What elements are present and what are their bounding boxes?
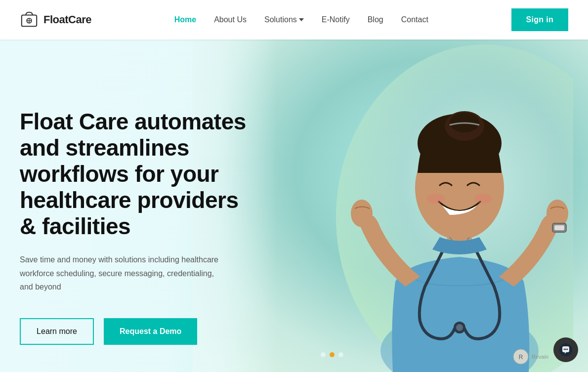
nav-item-enotify[interactable]: E-Notify bbox=[322, 15, 350, 24]
nav-item-contact[interactable]: Contact bbox=[401, 15, 428, 24]
chevron-down-icon bbox=[299, 18, 304, 21]
svg-point-16 bbox=[456, 324, 463, 331]
slide-dot-2[interactable] bbox=[330, 352, 335, 357]
svg-text:R: R bbox=[518, 354, 523, 361]
hero-buttons: Learn more Request a Demo bbox=[20, 318, 257, 345]
revain-icon: R bbox=[513, 349, 529, 365]
slide-dot-1[interactable] bbox=[321, 352, 326, 357]
hero-subtitle: Save time and money with solutions inclu… bbox=[20, 253, 227, 293]
svg-point-14 bbox=[474, 194, 492, 204]
learn-more-button[interactable]: Learn more bbox=[20, 318, 94, 345]
chat-icon bbox=[559, 343, 573, 357]
hero-section: Float Care automates and streamlines wor… bbox=[0, 40, 588, 372]
logo[interactable]: FloatCare bbox=[20, 10, 91, 29]
slide-dot-3[interactable] bbox=[338, 352, 343, 357]
nav-item-about[interactable]: About Us bbox=[214, 15, 247, 24]
revain-badge: R Revain bbox=[513, 349, 548, 365]
nav-link-home[interactable]: Home bbox=[174, 15, 196, 24]
svg-rect-18 bbox=[554, 225, 564, 230]
nav-link-about[interactable]: About Us bbox=[214, 15, 247, 24]
nav-item-blog[interactable]: Blog bbox=[368, 15, 383, 24]
svg-point-13 bbox=[427, 194, 445, 204]
svg-point-24 bbox=[567, 349, 568, 350]
logo-text: FloatCare bbox=[43, 13, 91, 26]
svg-point-23 bbox=[565, 349, 567, 350]
nurse-illustration bbox=[287, 44, 573, 372]
svg-point-22 bbox=[564, 349, 565, 350]
hero-content: Float Care automates and streamlines wor… bbox=[0, 40, 277, 372]
hero-image bbox=[287, 44, 573, 372]
logo-icon bbox=[20, 10, 39, 29]
request-demo-button[interactable]: Request a Demo bbox=[104, 318, 197, 345]
chat-widget[interactable] bbox=[553, 337, 578, 362]
navbar: FloatCare Home About Us Solutions E-Noti… bbox=[0, 0, 588, 40]
slide-indicators bbox=[321, 352, 343, 357]
nav-link-contact[interactable]: Contact bbox=[401, 15, 428, 24]
svg-point-6 bbox=[351, 200, 373, 227]
revain-label: Revain bbox=[532, 354, 548, 360]
nav-item-solutions[interactable]: Solutions bbox=[264, 15, 304, 24]
sign-in-button[interactable]: Sign in bbox=[511, 8, 568, 31]
nav-link-enotify[interactable]: E-Notify bbox=[322, 15, 350, 24]
nav-item-home[interactable]: Home bbox=[174, 15, 196, 24]
nav-link-solutions[interactable]: Solutions bbox=[264, 15, 297, 24]
hero-title: Float Care automates and streamlines wor… bbox=[20, 109, 257, 239]
nav-link-blog[interactable]: Blog bbox=[368, 15, 383, 24]
nav-links: Home About Us Solutions E-Notify Blog Co… bbox=[174, 15, 428, 24]
